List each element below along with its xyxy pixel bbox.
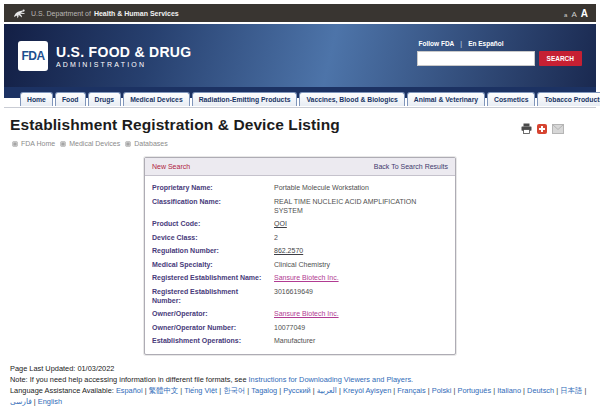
hhs-top-bar: U.S. Department of Health & Human Servic… [4,4,596,22]
language-label: Language Assistance Available: [10,386,116,395]
field-value-cell: 862.2570 [274,246,432,255]
table-row: Classification Name: REAL TIME NUCLEIC A… [152,194,448,217]
table-row: Proprietary Name: Portable Molecule Work… [152,181,448,194]
print-icon[interactable] [521,120,532,138]
follow-fda-link[interactable]: Follow FDA [419,40,455,47]
agency-name-line1: U.S. FOOD & DRUG [56,44,191,60]
font-size-controls: aAA [564,8,588,19]
field-label: Device Class: [152,233,274,242]
language-link[interactable]: Polski [432,386,458,395]
page-title: Establishment Registration & Device List… [10,116,340,134]
dept-name-link[interactable]: Health & Human Services [94,10,179,17]
breadcrumb-bullet-icon [60,141,66,147]
breadcrumb-item[interactable]: Medical Devices [60,140,120,147]
table-row: Product Code: QOI [152,217,448,230]
breadcrumb-bullet-icon [12,141,18,147]
field-value-cell: REAL TIME NUCLEIC ACID AMPLIFICATION SYS… [274,197,432,215]
breadcrumb-label[interactable]: Medical Devices [69,140,120,147]
font-size-button[interactable]: A [571,10,576,19]
field-value: 3016619649 [274,288,313,295]
language-link[interactable]: العربية [317,386,343,395]
viewers-players-link[interactable]: Instructions for Downloading Viewers and… [249,375,414,384]
language-link[interactable]: Deutsch [527,386,560,395]
nav-tab[interactable]: Animal & Veterinary [407,92,485,106]
font-size-button[interactable]: A [581,8,588,19]
header-search-input[interactable] [417,51,535,66]
language-link[interactable]: English [38,397,62,406]
fda-logo[interactable]: FDA [18,41,48,71]
en-espanol-link[interactable]: En Español [468,40,503,47]
language-link[interactable]: 繁體中文 [149,386,185,395]
nav-tab[interactable]: Food [55,92,86,106]
back-to-results-link[interactable]: Back To Search Results [374,163,448,170]
font-size-button[interactable]: a [564,12,567,18]
language-link[interactable]: Tiếng Việt [184,386,223,395]
page-root: U.S. Department of Health & Human Servic… [4,4,596,414]
nav-tab[interactable]: Medical Devices [123,92,190,106]
language-link[interactable]: Español [116,386,149,395]
divider: | [460,40,462,47]
nav-tab[interactable]: Drugs [88,92,122,106]
language-link[interactable]: Tagalog [251,386,283,395]
field-label: Product Code: [152,219,274,228]
fda-header: FDA U.S. FOOD & DRUG ADMINISTRATION Foll… [4,24,596,87]
language-link[interactable]: Kreyòl Ayisyen [343,386,397,395]
device-detail-panel: New Search Back To Search Results Propri… [144,157,456,355]
footer-info: Page Last Updated: 01/03/2022 Note: If y… [4,355,596,407]
table-row: Device Class: 2 [152,231,448,244]
breadcrumb-label[interactable]: Databases [134,140,167,147]
breadcrumb: FDA Home Medical Devices Databases [4,138,596,147]
nav-tab[interactable]: Vaccines, Blood & Biologics [299,92,404,106]
field-value-cell: 10077049 [274,323,432,332]
language-link[interactable]: Italiano [497,386,527,395]
field-value[interactable]: Sansure Biotech Inc. [274,310,339,317]
table-row: Registered Establishment Number: 3016619… [152,284,448,307]
language-link[interactable]: 한국어 [223,386,251,395]
breadcrumb-item[interactable]: Databases [125,140,167,147]
breadcrumb-label[interactable]: FDA Home [21,140,55,147]
dept-prefix: U.S. Department of [31,10,91,17]
share-icon[interactable] [537,124,547,134]
breadcrumb-item[interactable]: FDA Home [12,140,55,147]
agency-title: U.S. FOOD & DRUG ADMINISTRATION [56,44,191,68]
device-fields-table: Proprietary Name: Portable Molecule Work… [145,176,455,354]
language-link[interactable]: فارسی [10,397,38,406]
last-updated: Page Last Updated: 01/03/2022 [10,364,590,375]
field-value[interactable]: 862.2570 [274,247,303,254]
field-value-cell: Sansure Biotech Inc. [274,273,432,282]
field-label: Owner/Operator Number: [152,323,274,332]
language-link[interactable]: 日本語 [560,386,586,395]
new-search-link[interactable]: New Search [152,163,190,170]
field-value-cell: QOI [274,219,432,228]
field-label: Regulation Number: [152,246,274,255]
table-row: Regulation Number: 862.2570 [152,244,448,257]
nav-tab[interactable]: Tobacco Products [537,92,600,106]
field-value: Portable Molecule Workstation [274,184,369,191]
language-link[interactable]: Français [397,386,431,395]
table-row: Owner/Operator: Sansure Biotech Inc. [152,307,448,320]
agency-name-line2: ADMINISTRATION [56,61,191,68]
search-button[interactable]: SEARCH [539,51,582,66]
nav-tab[interactable]: Cosmetics [487,92,535,106]
field-value-cell: Sansure Biotech Inc. [274,309,432,318]
primary-nav: HomeFoodDrugsMedical DevicesRadiation-Em… [4,87,596,108]
email-icon[interactable] [552,120,564,138]
nav-tab[interactable]: Radiation-Emitting Products [192,92,298,106]
field-label: Owner/Operator: [152,309,274,318]
language-link[interactable]: Русский [283,386,316,395]
field-value-cell: 3016619649 [274,287,432,305]
field-value: 10077049 [274,324,305,331]
field-value[interactable]: QOI [274,220,287,227]
field-label: Medical Specialty: [152,260,274,269]
field-value-cell: 2 [274,233,432,242]
field-value-cell: Clinical Chemistry [274,260,432,269]
nav-tab[interactable]: Home [20,92,53,106]
field-value[interactable]: Sansure Biotech Inc. [274,274,339,281]
field-label: Proprietary Name: [152,183,274,192]
format-note: Note: If you need help accessing informa… [10,375,590,386]
breadcrumb-bullet-icon [125,141,131,147]
field-value: Manufacturer [274,337,315,344]
field-label: Registered Establishment Number: [152,287,274,305]
field-label: Classification Name: [152,197,274,215]
language-link[interactable]: Português [457,386,497,395]
